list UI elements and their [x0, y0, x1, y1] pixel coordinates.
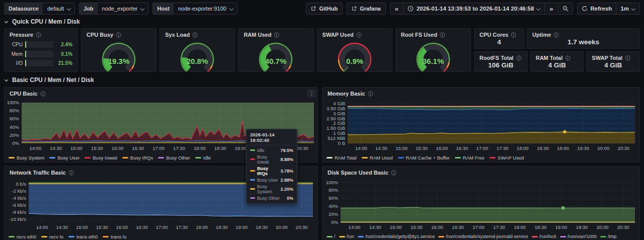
stat-value: 106 GiB	[474, 61, 527, 71]
svg-text:14:00: 14:00	[36, 224, 48, 230]
info-icon[interactable]	[440, 32, 445, 38]
info-icon[interactable]	[40, 91, 46, 97]
tooltip-row: Busy User2.88%	[247, 177, 297, 183]
zoom-out-icon	[562, 6, 569, 12]
legend-series-label: /run	[347, 234, 355, 239]
section-quick-cpu-mem-disk[interactable]: Quick CPU / Mem / Disk	[4, 16, 640, 27]
info-icon[interactable]	[391, 170, 396, 176]
time-shift-forward-button[interactable]: »	[544, 3, 557, 14]
svg-text:14:00: 14:00	[29, 145, 41, 151]
tooltip-row: Busy Other0%	[247, 195, 297, 201]
svg-text:17:00: 17:00	[476, 145, 489, 151]
legend-item[interactable]: Idle	[195, 155, 211, 161]
svg-text:15:00: 15:00	[76, 224, 88, 230]
section-basic-cpu-mem-net-disk[interactable]: Basic CPU / Mem / Net / Disk	[4, 74, 640, 86]
tooltip-series-value: 2.88%	[280, 178, 293, 183]
legend-item[interactable]: /run/lock	[532, 234, 556, 239]
svg-text:60%: 60%	[329, 195, 339, 201]
info-icon[interactable]	[553, 32, 559, 38]
info-icon[interactable]	[116, 32, 121, 38]
stat-value: 4 GiB	[531, 61, 584, 71]
variable-host[interactable]: Host node-exporter:9100	[152, 3, 237, 15]
bar-fill	[25, 41, 26, 48]
legend-item[interactable]: trans lo	[103, 234, 126, 239]
pressure-row-mem: Mem 0.1%	[10, 51, 72, 57]
button-label: Grafana	[360, 6, 381, 12]
info-icon[interactable]	[511, 32, 516, 38]
legend-item[interactable]: /run/user/1000	[560, 234, 597, 239]
legend-item[interactable]: RAM Cache + Buffer	[398, 155, 450, 161]
svg-text:-8 kb/s: -8 kb/s	[12, 209, 26, 215]
legend-item[interactable]: RAM Total	[327, 155, 357, 161]
info-icon[interactable]	[36, 32, 41, 38]
time-shift-back-button[interactable]: «	[390, 3, 403, 14]
variable-label: Job	[79, 3, 98, 14]
legend-series-color	[103, 236, 109, 237]
svg-text:15:30: 15:30	[416, 145, 428, 151]
legend-item[interactable]: /run	[339, 234, 355, 239]
refresh-button[interactable]: Refresh	[578, 3, 616, 14]
legend-item[interactable]: recv eth0	[9, 234, 36, 239]
svg-text:16:00: 16:00	[436, 145, 448, 151]
panel-title: CPU Basic	[10, 91, 38, 97]
svg-text:20:00: 20:00	[597, 224, 609, 230]
info-icon[interactable]	[565, 55, 571, 61]
legend-item[interactable]: /	[327, 234, 336, 239]
svg-text:20:30: 20:30	[617, 145, 629, 151]
github-link-button[interactable]: GitHub	[306, 3, 343, 15]
legend-series-label: Busy IRQs	[130, 155, 153, 161]
legend-series-label: RAM Used	[370, 155, 393, 161]
panel-cpu-busy: CPU Busy 19.3%	[81, 28, 156, 72]
legend-item[interactable]: /tmp	[600, 234, 617, 239]
refresh-interval-dropdown[interactable]: 1m	[616, 3, 639, 14]
time-range-button[interactable]: 2026-01-14 13:39:53 to 2026-01-14 20:46:…	[403, 3, 544, 14]
tooltip-series-color	[250, 149, 255, 151]
bar-value: 21.5%	[56, 60, 72, 66]
legend-item[interactable]: recv lo	[41, 234, 63, 239]
grafana-link-button[interactable]: Grafana	[347, 3, 386, 15]
svg-text:80%: 80%	[10, 108, 20, 113]
info-icon[interactable]	[368, 91, 373, 97]
legend-item[interactable]: /run/credentials/systemd-journald.servic…	[438, 234, 528, 239]
tooltip-row: Busy System2.20%	[247, 183, 297, 195]
legend-item[interactable]: SWAP Used	[490, 155, 524, 161]
zoom-out-button[interactable]	[558, 3, 573, 14]
info-icon[interactable]	[192, 32, 198, 38]
svg-text:19:00: 19:00	[557, 145, 569, 151]
legend-item[interactable]: Busy Iowait	[85, 155, 117, 161]
variable-datasource[interactable]: Datasource default	[4, 3, 75, 15]
legend-item[interactable]: /run/credentials/getty@tty1.service	[358, 234, 435, 239]
tooltip-series-color	[250, 158, 255, 160]
legend-series-label: /tmp	[608, 234, 617, 239]
stat-value: 4	[474, 38, 524, 48]
legend-series-label: /run/lock	[539, 234, 556, 239]
tooltip-series-value: 0%	[287, 196, 293, 201]
info-icon[interactable]	[516, 55, 522, 61]
legend-series-label: trans lo	[111, 234, 126, 239]
info-icon[interactable]	[356, 32, 362, 38]
svg-text:-4 kb/s: -4 kb/s	[12, 195, 26, 201]
svg-text:19:30: 19:30	[576, 224, 588, 230]
memory-basic-plot[interactable]: 4 GiB3.50 GiB3 GiB2.50 GiB2 GiB1.50 GiB1…	[323, 97, 639, 155]
gauge-cpu-busy: 19.3%	[82, 38, 156, 73]
legend-series-label: /run/credentials/systemd-journald.servic…	[446, 234, 528, 239]
info-icon[interactable]	[274, 32, 279, 38]
svg-text:17:30: 17:30	[493, 224, 505, 230]
info-icon[interactable]	[68, 170, 74, 176]
variable-job[interactable]: Job node_exporter	[79, 3, 149, 15]
svg-text:20:00: 20:00	[276, 224, 288, 230]
legend-item[interactable]: RAM Used	[362, 155, 393, 161]
legend-series-color	[600, 236, 606, 237]
tooltip-series-label: Busy System	[257, 184, 278, 194]
legend-item[interactable]: Busy Other	[158, 155, 190, 161]
info-icon[interactable]	[625, 55, 630, 61]
svg-text:18:30: 18:30	[537, 145, 549, 151]
legend-item[interactable]: Busy User	[49, 155, 79, 161]
legend-series-color	[122, 157, 128, 158]
legend-item[interactable]: trans eth0	[68, 234, 98, 239]
legend-item[interactable]: Busy IRQs	[122, 155, 153, 161]
legend-item[interactable]: RAM Free	[455, 155, 485, 161]
disk-space-plot[interactable]: 100%80%60%40%20%0%14:0014:3015:0015:3016…	[323, 176, 639, 234]
legend-item[interactable]: Busy System	[9, 155, 44, 161]
svg-text:15:00: 15:00	[395, 145, 408, 151]
